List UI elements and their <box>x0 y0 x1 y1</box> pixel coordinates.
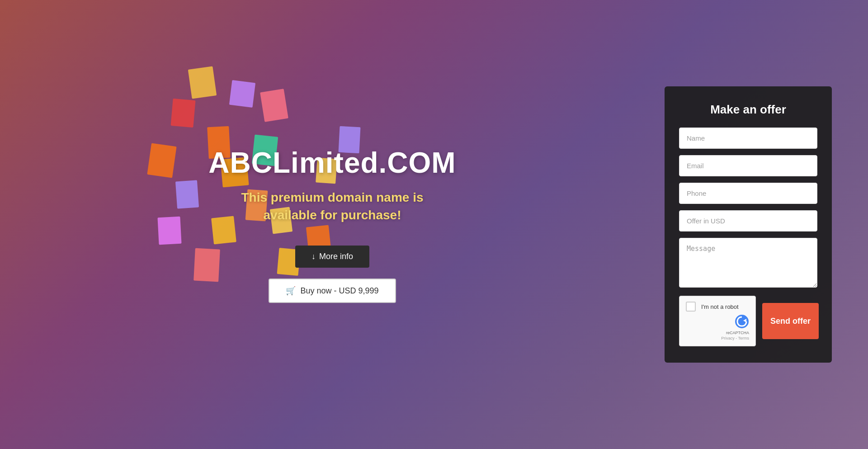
recaptcha-top: I'm not a robot <box>686 302 739 312</box>
offer-input[interactable] <box>679 210 817 232</box>
recaptcha-brand-text: reCAPTCHA <box>721 331 749 335</box>
recaptcha-logo-icon <box>735 314 749 329</box>
phone-input[interactable] <box>679 183 817 204</box>
more-info-label: More info <box>319 252 353 261</box>
arrow-down-icon: ↓ <box>311 252 316 261</box>
offer-form-panel: Make an offer I'm not a robot <box>665 86 832 363</box>
recaptcha-links[interactable]: Privacy - Terms <box>721 336 749 340</box>
buy-now-button[interactable]: 🛒 Buy now - USD 9,999 <box>269 279 396 303</box>
recaptcha-widget[interactable]: I'm not a robot reCAPTCHA Privacy - Term… <box>679 296 756 346</box>
form-bottom-row: I'm not a robot reCAPTCHA Privacy - Term… <box>679 296 817 346</box>
recaptcha-label: I'm not a robot <box>701 303 739 310</box>
more-info-button[interactable]: ↓ More info <box>295 246 369 268</box>
email-input[interactable] <box>679 155 817 176</box>
message-input[interactable] <box>679 238 817 288</box>
name-input[interactable] <box>679 128 817 149</box>
recaptcha-footer: reCAPTCHA Privacy - Terms <box>686 314 749 340</box>
domain-title: ABCLimited.COM <box>208 146 456 180</box>
hero-subtitle: This premium domain name is available fo… <box>215 189 450 224</box>
buy-now-label: Buy now - USD 9,999 <box>300 286 378 296</box>
cart-icon: 🛒 <box>286 286 296 296</box>
recaptcha-checkbox[interactable] <box>686 302 696 312</box>
page-container: ABCLimited.COM This premium domain name … <box>0 0 868 449</box>
hero-section: ABCLimited.COM This premium domain name … <box>0 128 665 321</box>
send-offer-button[interactable]: Send offer <box>762 303 819 339</box>
form-title: Make an offer <box>679 103 817 117</box>
